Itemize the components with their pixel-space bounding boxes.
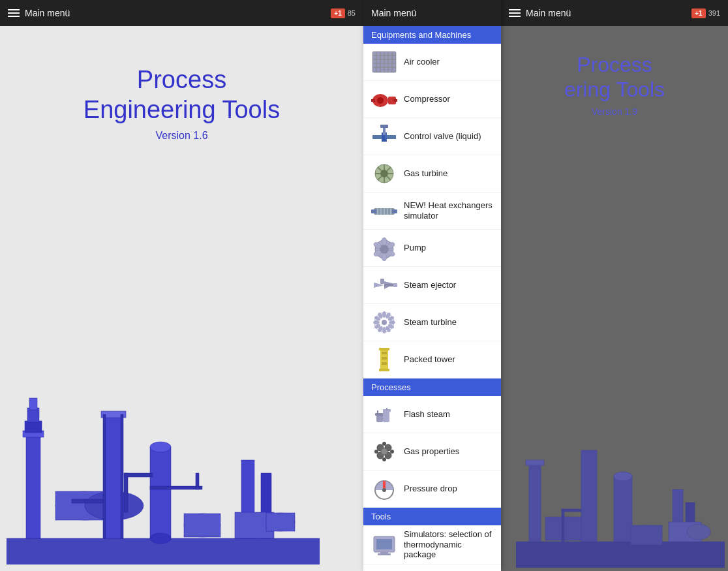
svg-point-72 <box>382 253 387 261</box>
right-topbar: Main menü +1 391 <box>501 0 728 26</box>
control-valve-label: Control valve (liquid) <box>404 131 481 142</box>
menu-item-control-valve[interactable]: Control valve (liquid) <box>363 118 501 155</box>
gplus-badge-right[interactable]: +1 391 <box>691 8 720 18</box>
left-app-version: Version 1.6 <box>155 130 207 142</box>
menu-item-gas-properties[interactable]: Gas properties <box>363 433 501 471</box>
menu-item-simulators[interactable]: Simulators: selection of thermodynamic p… <box>363 525 501 564</box>
svg-point-82 <box>382 311 386 318</box>
svg-rect-127 <box>529 463 541 542</box>
menu-item-steam-turbine[interactable]: Steam turbine <box>363 304 501 341</box>
svg-rect-16 <box>72 499 104 503</box>
heat-exchanger-icon <box>370 196 399 225</box>
svg-point-112 <box>374 450 378 454</box>
drawer-title: Main menü <box>371 8 416 18</box>
drawer-topbar: Main menü <box>363 0 501 26</box>
menu-item-pump[interactable]: Pump <box>363 230 501 267</box>
menu-item-steam-ejector[interactable]: Steam ejector <box>363 267 501 304</box>
svg-rect-97 <box>382 362 387 365</box>
simulators-label: Simulators: selection of thermodynamic p… <box>404 529 494 560</box>
right-app-version: Version 1.9 <box>592 106 637 117</box>
svg-rect-43 <box>372 135 382 139</box>
hamburger-icon[interactable] <box>8 9 20 17</box>
left-content: Process Engineering Tools Version 1.6 <box>0 26 363 168</box>
svg-rect-121 <box>378 553 391 555</box>
svg-rect-9 <box>104 414 123 538</box>
svg-rect-42 <box>393 99 397 102</box>
gplus-count-left: 85 <box>348 9 356 17</box>
simulators-icon <box>370 530 399 559</box>
svg-rect-96 <box>382 357 387 360</box>
svg-rect-119 <box>376 539 392 549</box>
menu-item-compressor[interactable]: Compressor <box>363 81 501 118</box>
flash-steam-icon <box>370 400 399 429</box>
svg-point-69 <box>382 238 387 245</box>
svg-point-113 <box>390 450 394 454</box>
plant-illustration-right <box>516 411 725 568</box>
gas-properties-icon <box>370 437 399 466</box>
plant-illustration-left <box>7 356 320 564</box>
menu-item-pressure-drop[interactable]: Pressure drop <box>363 471 501 508</box>
gplus-badge-left[interactable]: +1 85 <box>331 8 356 18</box>
menu-item-air-cooler[interactable]: Air cooler <box>363 44 501 81</box>
air-cooler-label: Air cooler <box>404 57 440 67</box>
units-icon <box>370 568 399 571</box>
svg-rect-60 <box>371 209 376 213</box>
air-cooler-icon <box>370 48 399 76</box>
svg-point-13 <box>150 533 171 544</box>
svg-point-114 <box>382 457 386 461</box>
svg-point-117 <box>382 488 386 492</box>
gplus-count-right: 391 <box>708 9 720 17</box>
left-topbar-title: Main menü <box>8 8 70 18</box>
svg-point-12 <box>150 442 171 452</box>
menu-item-heat-exchanger[interactable]: NEW! Heat exchangers simulator <box>363 193 501 230</box>
svg-rect-41 <box>371 99 375 102</box>
menu-item-flash-steam[interactable]: Flash steam <box>363 396 501 433</box>
menu-drawer: Main menü Equipments and Machines Air co… <box>363 0 501 571</box>
packed-tower-icon <box>370 345 399 374</box>
steam-turbine-label: Steam turbine <box>404 317 457 328</box>
svg-point-85 <box>389 320 395 324</box>
left-panel: Main menü +1 85 Process Engineering Tool… <box>0 0 363 571</box>
pressure-drop-label: Pressure drop <box>404 484 457 494</box>
svg-rect-135 <box>631 525 662 545</box>
section-equipments: Equipments and Machines <box>363 26 501 44</box>
svg-point-81 <box>382 320 387 325</box>
menu-item-gas-turbine[interactable]: Gas turbine <box>363 155 501 193</box>
svg-rect-23 <box>196 473 199 489</box>
menu-item-packed-tower[interactable]: Packed tower <box>363 341 501 378</box>
svg-rect-61 <box>392 209 397 213</box>
svg-rect-140 <box>562 509 564 542</box>
right-content: Process ering Tools Version 1.9 <box>501 26 728 130</box>
pressure-drop-icon <box>370 474 399 503</box>
svg-rect-15 <box>184 514 220 537</box>
svg-rect-18 <box>124 473 153 477</box>
compressor-icon <box>370 85 399 114</box>
svg-rect-22 <box>150 486 202 489</box>
right-hamburger-icon[interactable] <box>509 9 521 17</box>
gplus-btn-right: +1 <box>691 8 705 18</box>
svg-rect-99 <box>379 369 389 371</box>
svg-rect-1 <box>26 434 40 538</box>
gas-turbine-icon <box>370 159 399 188</box>
svg-rect-126 <box>516 542 725 568</box>
right-panel: Main menü +1 391 Process ering Tools Ver… <box>501 0 728 571</box>
svg-rect-102 <box>375 413 383 416</box>
svg-rect-128 <box>526 460 544 465</box>
steam-ejector-label: Steam ejector <box>404 280 456 290</box>
flash-steam-label: Flash steam <box>404 409 450 420</box>
left-topbar: Main menü +1 85 <box>0 0 363 26</box>
svg-rect-116 <box>383 481 386 489</box>
svg-rect-27 <box>121 414 123 538</box>
svg-point-40 <box>377 97 384 104</box>
gplus-btn-left: +1 <box>331 8 344 18</box>
compressor-label: Compressor <box>404 94 450 104</box>
svg-rect-5 <box>29 398 37 410</box>
svg-rect-79 <box>380 279 384 284</box>
section-processes: Processes <box>363 378 501 396</box>
menu-item-units[interactable]: Units <box>363 564 501 571</box>
svg-rect-17 <box>124 473 128 512</box>
svg-point-88 <box>382 327 386 333</box>
svg-rect-44 <box>387 135 396 139</box>
svg-rect-25 <box>266 513 295 531</box>
svg-rect-77 <box>384 284 395 286</box>
